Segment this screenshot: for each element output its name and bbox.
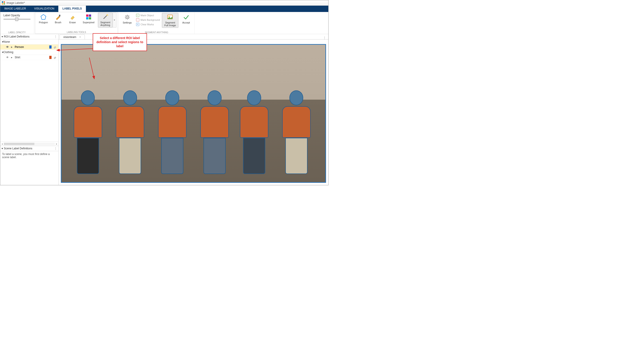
roi-horizontal-scrollbar[interactable]: ◂ ▸	[0, 142, 58, 146]
superpixel-label: Superpixel	[83, 21, 95, 24]
segment-full-image-button[interactable]: Segment Full Image	[162, 13, 178, 28]
callout-arrow-icon	[57, 48, 95, 79]
callout-text: Select a different ROI label definition …	[97, 36, 143, 48]
segment-anything-dropdown[interactable]	[113, 13, 117, 28]
brush-button[interactable]: Brush	[51, 13, 65, 25]
close-icon[interactable]: ×	[79, 36, 81, 39]
titlebar: Image Labeler*	[0, 0, 328, 6]
scene-panel-menu[interactable]: ⋮	[54, 147, 57, 150]
svg-line-24	[89, 58, 94, 77]
canvas-area: visionteam × ⋮	[59, 34, 328, 185]
tab-label-pixels[interactable]: LABEL PIXELS	[58, 6, 86, 12]
ribbon-tabs: IMAGE LABELER VISUALIZATION LABEL PIXELS	[0, 6, 328, 12]
ribbon: Label Opacity LABEL OPACITY Polygon	[0, 12, 328, 34]
chevron-right-icon[interactable]: ▸	[11, 56, 13, 59]
ribbon-group-segment-anything: Settings + Mark Object − Mark Background…	[119, 12, 194, 34]
roi-item-shirt[interactable]: 👁 ▸ Shirt	[0, 55, 58, 60]
roi-group-none-label: None	[4, 40, 10, 44]
polygon-button[interactable]: Polygon	[37, 13, 51, 25]
brush-icon	[55, 14, 61, 20]
ribbon-group-labeling-tools: Polygon Brush Erase	[35, 12, 118, 34]
erase-button[interactable]: Erase	[66, 13, 79, 25]
left-panel: ▾ ROI Label Definitions ⋮ ▾ None 👁 ▸ Per…	[0, 34, 59, 185]
opacity-slider[interactable]	[4, 19, 31, 20]
svg-marker-4	[41, 14, 46, 20]
scroll-thumb[interactable]	[4, 143, 34, 145]
svg-line-17	[126, 15, 126, 16]
scene-panel-title: Scene Label Definitions	[4, 147, 32, 150]
roi-item-person[interactable]: 👁 ▸ Person	[0, 44, 58, 50]
eraser-icon[interactable]	[53, 46, 57, 48]
color-swatch-person	[49, 46, 52, 48]
gear-icon	[124, 14, 131, 20]
mark-background-icon: −	[136, 18, 139, 22]
file-tab-menu[interactable]: ⋮	[321, 36, 328, 39]
scroll-left-icon[interactable]: ◂	[0, 142, 4, 145]
checkmark-icon	[183, 14, 189, 20]
eraser-icon[interactable]	[53, 56, 57, 59]
accept-label: Accept	[182, 21, 190, 24]
roi-panel-menu[interactable]: ⋮	[54, 35, 57, 38]
polygon-icon	[40, 14, 47, 20]
file-tab-visionteam[interactable]: visionteam ×	[60, 34, 85, 39]
chevron-right-icon[interactable]: ▸	[11, 46, 13, 48]
svg-rect-8	[86, 17, 88, 20]
mark-object-button[interactable]: + Mark Object	[135, 13, 161, 18]
mark-background-button[interactable]: − Mark Background	[135, 18, 161, 22]
svg-rect-6	[86, 14, 88, 17]
group-label-opacity: LABEL OPACITY	[4, 31, 31, 34]
scroll-track[interactable]	[4, 143, 55, 145]
svg-line-19	[126, 18, 126, 19]
tab-image-labeler[interactable]: IMAGE LABELER	[0, 6, 30, 12]
opacity-slider-thumb[interactable]	[15, 18, 18, 21]
clear-marks-button[interactable]: ✕ Clear Marks	[135, 22, 161, 26]
eraser-icon	[70, 14, 76, 20]
roi-list: ▾ None 👁 ▸ Person ▾ Clothing	[0, 39, 58, 142]
roi-group-clothing-label: Clothing	[4, 50, 13, 54]
eye-icon[interactable]: 👁	[6, 56, 10, 59]
svg-rect-9	[89, 17, 91, 20]
chevron-down-icon: ▾	[2, 147, 4, 150]
roi-group-clothing[interactable]: ▾ Clothing	[0, 50, 58, 55]
segment-full-image-label: Segment Full Image	[164, 21, 176, 27]
segment-anything-label: Segment Anything	[100, 21, 110, 26]
accept-button[interactable]: Accept	[179, 13, 193, 25]
roi-item-shirt-label: Shirt	[15, 56, 20, 59]
svg-rect-0	[2, 1, 3, 3]
roi-group-none[interactable]: ▾ None	[0, 39, 58, 44]
svg-line-23	[59, 48, 93, 50]
brush-label: Brush	[55, 21, 61, 24]
roi-panel-header[interactable]: ▾ ROI Label Definitions ⋮	[0, 34, 58, 39]
image-viewport[interactable]	[59, 40, 328, 185]
svg-line-20	[129, 15, 129, 16]
svg-rect-1	[4, 1, 5, 3]
ribbon-group-opacity: Label Opacity LABEL OPACITY	[0, 12, 34, 34]
mark-object-label: Mark Object	[141, 14, 154, 17]
app-icon	[2, 1, 5, 5]
callout-annotation: Select a different ROI label definition …	[93, 33, 147, 51]
scroll-right-icon[interactable]: ▸	[55, 142, 58, 145]
svg-rect-3	[4, 3, 5, 4]
image-icon	[167, 14, 173, 20]
main-content: ▾ ROI Label Definitions ⋮ ▾ None 👁 ▸ Per…	[0, 34, 328, 185]
scene-panel-body: To label a scene, you must first define …	[0, 151, 58, 185]
clear-marks-icon: ✕	[136, 23, 139, 26]
scene-panel-header[interactable]: ▾ Scene Label Definitions ⋮	[0, 146, 58, 151]
chevron-down-icon: ▾	[2, 35, 4, 38]
erase-label: Erase	[69, 21, 76, 24]
magic-wand-icon	[102, 14, 109, 20]
superpixel-button[interactable]: Superpixel	[80, 13, 97, 25]
polygon-label: Polygon	[39, 21, 48, 24]
tab-visualization[interactable]: VISUALIZATION	[30, 6, 58, 12]
svg-rect-7	[89, 14, 91, 17]
roi-panel-title: ROI Label Definitions	[4, 35, 30, 38]
scene-panel: ▾ Scene Label Definitions ⋮ To label a s…	[0, 146, 58, 185]
mark-background-label: Mark Background	[141, 18, 160, 21]
settings-button[interactable]: Settings	[120, 13, 134, 25]
segment-anything-button[interactable]: Segment Anything	[98, 13, 113, 28]
svg-rect-2	[2, 3, 3, 4]
file-tab-label: visionteam	[63, 36, 76, 39]
svg-point-12	[127, 17, 128, 18]
roi-item-person-label: Person	[15, 46, 24, 48]
eye-icon[interactable]: 👁	[6, 46, 10, 48]
